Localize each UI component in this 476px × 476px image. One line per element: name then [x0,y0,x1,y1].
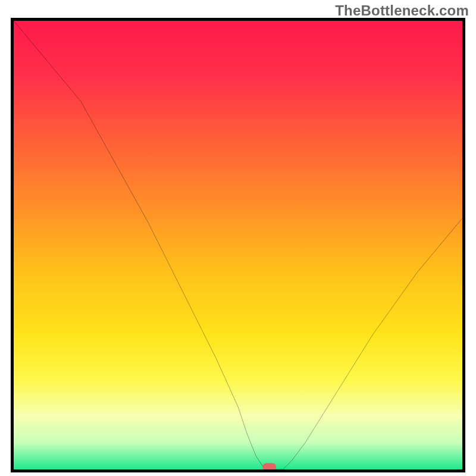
figure-container: TheBottleneck.com [0,0,476,476]
gradient-background [14,21,462,469]
optimal-marker [262,463,276,469]
watermark-text: TheBottleneck.com [335,2,469,19]
plot-area [11,18,465,472]
chart-svg [14,21,462,469]
